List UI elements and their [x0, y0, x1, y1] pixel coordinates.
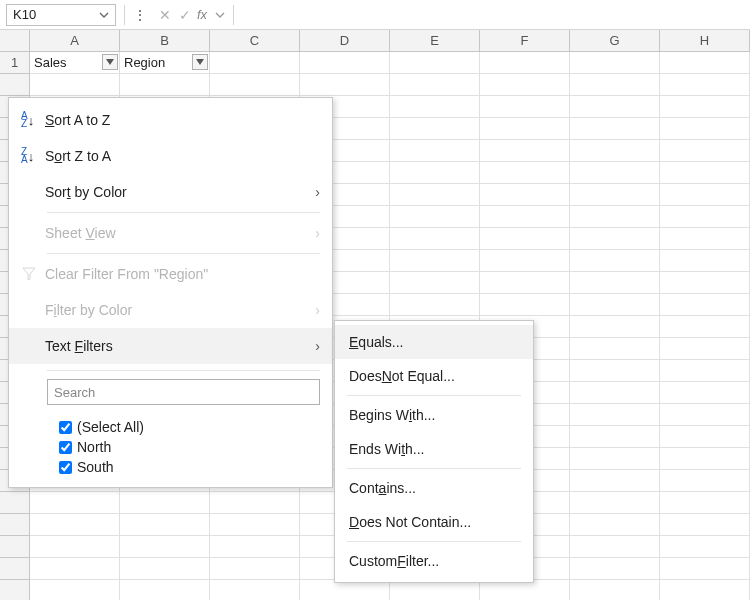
checkbox[interactable]	[59, 421, 72, 434]
select-all-corner[interactable]	[0, 30, 30, 51]
cell[interactable]	[660, 184, 750, 206]
cell[interactable]	[660, 360, 750, 382]
cell[interactable]	[120, 580, 210, 600]
checkbox[interactable]	[59, 461, 72, 474]
sub-begins-with[interactable]: Begins With...	[335, 398, 533, 432]
cell[interactable]	[390, 96, 480, 118]
cell[interactable]	[120, 536, 210, 558]
cell[interactable]	[570, 404, 660, 426]
cell-H1[interactable]	[660, 52, 750, 74]
cell[interactable]	[660, 162, 750, 184]
fx-label[interactable]: fx	[197, 7, 207, 22]
cell-G1[interactable]	[570, 52, 660, 74]
cell[interactable]	[480, 140, 570, 162]
cell[interactable]	[570, 96, 660, 118]
cell[interactable]	[570, 162, 660, 184]
cell[interactable]	[210, 74, 300, 96]
cell[interactable]	[570, 228, 660, 250]
cell[interactable]	[660, 382, 750, 404]
cell[interactable]	[480, 184, 570, 206]
cell[interactable]	[570, 514, 660, 536]
cell[interactable]	[570, 492, 660, 514]
row-header[interactable]	[0, 580, 30, 600]
sub-equals[interactable]: Equals...	[335, 325, 533, 359]
row-header[interactable]	[0, 558, 30, 580]
cell[interactable]	[660, 96, 750, 118]
col-header-E[interactable]: E	[390, 30, 480, 51]
sub-contains[interactable]: Contains...	[335, 471, 533, 505]
cell[interactable]	[570, 294, 660, 316]
cell[interactable]	[660, 272, 750, 294]
cell[interactable]	[390, 206, 480, 228]
cell[interactable]	[570, 140, 660, 162]
cell[interactable]	[660, 294, 750, 316]
cell[interactable]	[660, 74, 750, 96]
cell[interactable]	[390, 294, 480, 316]
cell[interactable]	[120, 514, 210, 536]
cell[interactable]	[390, 118, 480, 140]
cell[interactable]	[390, 74, 480, 96]
cell-A1[interactable]: Sales	[30, 52, 120, 74]
cell[interactable]	[210, 536, 300, 558]
cell[interactable]	[570, 74, 660, 96]
cell[interactable]	[390, 184, 480, 206]
cell[interactable]	[480, 96, 570, 118]
menu-sort-za[interactable]: ZA↓ Sort Z to A	[9, 138, 332, 174]
cell[interactable]	[480, 206, 570, 228]
cell-F1[interactable]	[480, 52, 570, 74]
cell[interactable]	[480, 580, 570, 600]
filter-search-input[interactable]: Search	[47, 379, 320, 405]
cell[interactable]	[570, 360, 660, 382]
cell[interactable]	[660, 492, 750, 514]
check-item-south[interactable]: South	[59, 457, 320, 477]
cell[interactable]	[570, 338, 660, 360]
cell[interactable]	[660, 316, 750, 338]
cell[interactable]	[660, 118, 750, 140]
sub-custom-filter[interactable]: Custom Filter...	[335, 544, 533, 578]
cell[interactable]	[660, 580, 750, 600]
col-header-D[interactable]: D	[300, 30, 390, 51]
chevron-down-icon[interactable]	[99, 10, 109, 20]
cell[interactable]	[300, 580, 390, 600]
cell[interactable]	[570, 536, 660, 558]
sub-not-contain[interactable]: Does Not Contain...	[335, 505, 533, 539]
check-item-north[interactable]: North	[59, 437, 320, 457]
cell[interactable]	[660, 228, 750, 250]
cell[interactable]	[390, 580, 480, 600]
menu-sort-by-color[interactable]: Sort by Color ›	[9, 174, 332, 210]
menu-sort-az[interactable]: AZ↓ Sort A to Z	[9, 102, 332, 138]
cell[interactable]	[30, 492, 120, 514]
cell[interactable]	[570, 580, 660, 600]
cell[interactable]	[480, 294, 570, 316]
cell[interactable]	[390, 162, 480, 184]
col-header-A[interactable]: A	[30, 30, 120, 51]
cell[interactable]	[390, 272, 480, 294]
cell[interactable]	[570, 206, 660, 228]
cell[interactable]	[570, 426, 660, 448]
cell[interactable]	[660, 536, 750, 558]
row-header[interactable]	[0, 492, 30, 514]
cell[interactable]	[30, 514, 120, 536]
cell[interactable]	[480, 228, 570, 250]
filter-dropdown-button[interactable]	[102, 54, 118, 70]
name-box[interactable]: K10	[6, 4, 116, 26]
cell-B1[interactable]: Region	[120, 52, 210, 74]
cell[interactable]	[30, 558, 120, 580]
row-header[interactable]	[0, 536, 30, 558]
col-header-C[interactable]: C	[210, 30, 300, 51]
cell[interactable]	[570, 316, 660, 338]
cell[interactable]	[120, 74, 210, 96]
cell[interactable]	[660, 514, 750, 536]
cell[interactable]	[660, 140, 750, 162]
more-dots-icon[interactable]: ⋮	[133, 7, 147, 23]
cell[interactable]	[660, 470, 750, 492]
col-header-G[interactable]: G	[570, 30, 660, 51]
sub-ends-with[interactable]: Ends With...	[335, 432, 533, 466]
cell[interactable]	[480, 272, 570, 294]
col-header-F[interactable]: F	[480, 30, 570, 51]
cell[interactable]	[660, 250, 750, 272]
cell[interactable]	[390, 228, 480, 250]
cell[interactable]	[570, 448, 660, 470]
cell-C1[interactable]	[210, 52, 300, 74]
cell[interactable]	[390, 250, 480, 272]
